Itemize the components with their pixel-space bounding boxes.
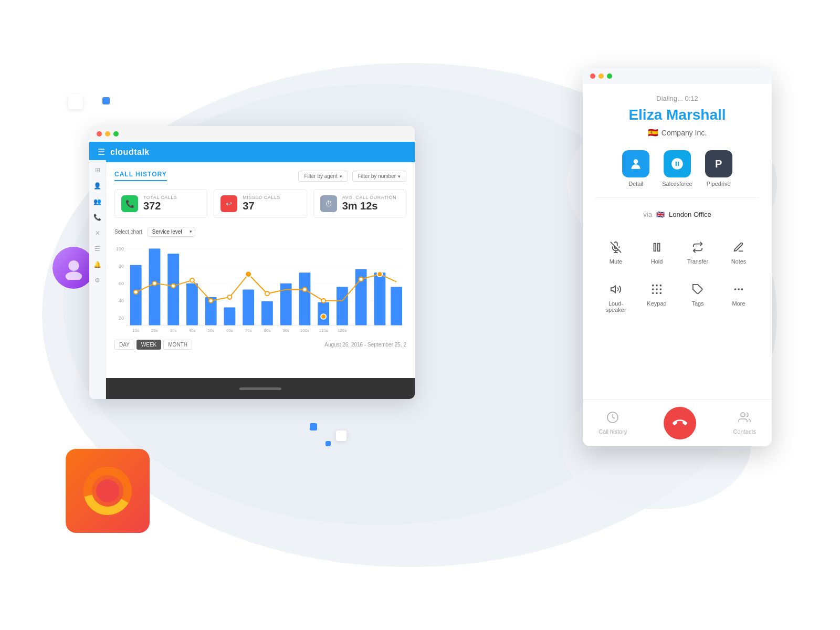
- svg-point-52: [321, 314, 326, 319]
- deco-blue-4: [326, 441, 331, 446]
- transfer-label: Transfer: [687, 258, 709, 265]
- avg-duration-info: AVG. CALL DURATION 3m 12s: [342, 195, 396, 212]
- svg-point-47: [265, 291, 269, 296]
- deco-blue-1: [102, 97, 110, 104]
- mute-btn[interactable]: Mute: [595, 231, 636, 273]
- hold-icon: [649, 239, 665, 255]
- transfer-icon: [690, 239, 706, 255]
- call-history-nav-label: Call history: [598, 428, 627, 435]
- contacts-nav-label: Contacts: [733, 428, 756, 435]
- week-btn[interactable]: WEEK: [136, 340, 161, 350]
- tags-label: Tags: [691, 300, 704, 307]
- chart-type-select-wrapper[interactable]: Service level: [148, 226, 195, 237]
- month-btn[interactable]: MONTH: [163, 340, 192, 350]
- svg-text:20: 20: [119, 316, 124, 321]
- notes-label: Notes: [731, 258, 747, 265]
- svg-rect-34: [299, 272, 310, 325]
- svg-point-41: [152, 281, 156, 286]
- svg-point-78: [652, 292, 654, 295]
- orange-tile: [66, 449, 150, 533]
- dashboard-content: CALL HISTORY Filter by agent Filter by n…: [106, 162, 415, 358]
- call-close-dot: [590, 74, 595, 79]
- keypad-icon: [649, 281, 665, 297]
- stats-row: 📞 TOTAL CALLS 372 ↩ MISSED CALLS 37 ⏱ AV…: [114, 189, 406, 218]
- missed-calls-card: ↩ MISSED CALLS 37: [214, 189, 307, 218]
- svg-text:10s: 10s: [132, 328, 139, 333]
- mute-icon: [608, 239, 624, 255]
- detail-icon: [622, 150, 649, 177]
- tags-btn[interactable]: Tags: [677, 273, 718, 321]
- sidebar-grid-icon: ⊞: [95, 166, 100, 174]
- call-window: Dialing... 0:12 Eliza Marshall 🇪🇸 Compan…: [583, 68, 772, 446]
- svg-rect-69: [654, 244, 656, 251]
- transfer-btn[interactable]: Transfer: [677, 231, 718, 273]
- missed-calls-info: MISSED CALLS 37: [243, 195, 280, 212]
- deco-blue-3: [310, 423, 317, 430]
- missed-calls-label: MISSED CALLS: [243, 195, 280, 200]
- chart-type-select[interactable]: Service level: [148, 227, 195, 237]
- svg-point-73: [656, 285, 658, 287]
- company-flag: 🇪🇸: [648, 128, 658, 138]
- svg-point-42: [171, 284, 175, 288]
- maximize-dot: [113, 131, 119, 136]
- menu-icon: ☰: [98, 147, 105, 157]
- more-icon: [731, 281, 747, 297]
- svg-point-40: [134, 290, 138, 294]
- svg-text:120s: 120s: [338, 328, 346, 333]
- svg-rect-30: [224, 307, 236, 325]
- pipedrive-label: Pipedrive: [707, 181, 731, 187]
- day-btn[interactable]: DAY: [114, 340, 134, 350]
- keypad-btn[interactable]: Keypad: [636, 273, 677, 321]
- call-window-body: Dialing... 0:12 Eliza Marshall 🇪🇸 Compan…: [583, 84, 772, 337]
- svg-rect-32: [261, 301, 273, 326]
- missed-calls-value: 37: [243, 200, 280, 212]
- loudspeaker-label: Loud-speaker: [605, 300, 626, 313]
- svg-point-84: [741, 288, 743, 290]
- salesforce-icon: [664, 150, 691, 177]
- call-history-nav[interactable]: Call history: [598, 411, 627, 435]
- missed-calls-icon: ↩: [220, 195, 237, 212]
- contacts-nav-icon: [738, 411, 751, 426]
- total-calls-card: 📞 TOTAL CALLS 372: [114, 189, 207, 218]
- svg-rect-27: [167, 254, 179, 325]
- svg-text:40s: 40s: [189, 328, 196, 333]
- integration-detail[interactable]: Detail: [622, 150, 649, 187]
- svg-text:80: 80: [119, 264, 124, 269]
- svg-point-43: [190, 278, 194, 282]
- dashboard-window: ☰ cloudtalk ⊞ 👤 👥 📞 ✕ ☰ 🔔 ⚙ CALL HISTORY…: [89, 126, 415, 399]
- svg-text:60: 60: [119, 281, 124, 286]
- filter-agent-btn[interactable]: Filter by agent: [298, 171, 348, 182]
- loudspeaker-btn[interactable]: Loud-speaker: [595, 273, 636, 321]
- contacts-nav[interactable]: Contacts: [733, 411, 756, 435]
- svg-rect-36: [337, 287, 348, 326]
- total-calls-icon: 📞: [121, 195, 138, 212]
- minimize-dot: [105, 131, 110, 136]
- svg-rect-39: [391, 287, 402, 326]
- loudspeaker-icon: [608, 281, 624, 297]
- notes-btn[interactable]: Notes: [718, 231, 759, 273]
- svg-point-77: [660, 288, 662, 290]
- integration-salesforce[interactable]: Salcesforce: [662, 150, 692, 187]
- svg-text:100s: 100s: [300, 328, 309, 333]
- dashboard-header: ☰ cloudtalk: [89, 142, 415, 162]
- company-row: 🇪🇸 Company Inc.: [595, 128, 759, 138]
- integration-pipedrive[interactable]: P Pipedrive: [705, 150, 732, 187]
- svg-point-45: [227, 295, 232, 299]
- detail-label: Detail: [628, 181, 643, 187]
- via-flag: 🇬🇧: [656, 211, 665, 218]
- svg-text:20s: 20s: [151, 328, 158, 333]
- svg-marker-71: [611, 286, 615, 293]
- svg-text:40: 40: [119, 298, 124, 303]
- avatar: [52, 247, 94, 289]
- end-call-button[interactable]: [664, 407, 696, 439]
- call-bottom-nav: Call history Contacts: [583, 399, 772, 446]
- more-btn[interactable]: More: [718, 273, 759, 321]
- svg-point-86: [741, 413, 745, 417]
- sidebar-settings-icon: ⚙: [94, 277, 100, 284]
- hold-btn[interactable]: Hold: [636, 231, 677, 273]
- svg-rect-31: [243, 289, 254, 325]
- filter-number-btn[interactable]: Filter by number: [352, 171, 406, 182]
- svg-point-74: [660, 285, 662, 287]
- total-calls-value: 372: [143, 200, 177, 212]
- svg-rect-28: [186, 284, 198, 326]
